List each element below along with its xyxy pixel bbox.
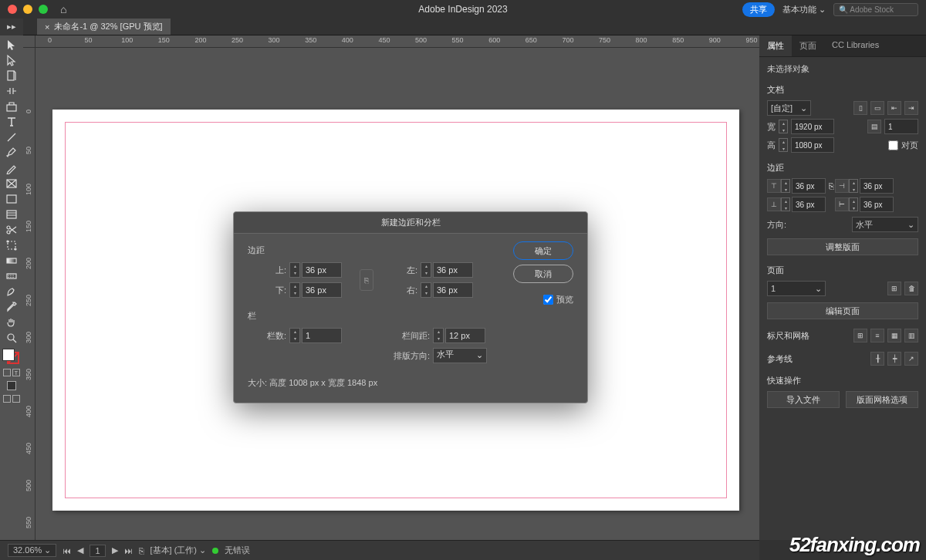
- rectangle-frame-tool[interactable]: [0, 176, 23, 191]
- content-collector-tool[interactable]: [0, 99, 23, 114]
- pencil-tool[interactable]: [0, 160, 23, 176]
- fill-stroke-swatch[interactable]: [2, 349, 21, 364]
- note-tool[interactable]: [0, 284, 23, 299]
- apply-color-icon[interactable]: [0, 378, 23, 393]
- page-preset-select[interactable]: [自定]: [767, 100, 811, 116]
- guide-icon-2[interactable]: ┿: [887, 352, 901, 366]
- height-input[interactable]: [791, 137, 834, 153]
- margin-bottom-stepper[interactable]: ▴▾: [289, 282, 300, 298]
- tab-properties[interactable]: 属性: [759, 35, 792, 56]
- link-icon[interactable]: ⎘: [827, 181, 835, 191]
- layout-grid-icon[interactable]: ▥: [904, 329, 918, 342]
- workspace-switcher[interactable]: 基本功能 ⌄: [782, 4, 826, 15]
- p-margin-top-stepper[interactable]: ▴▾: [781, 179, 790, 193]
- height-stepper[interactable]: ▴▾: [779, 138, 788, 152]
- tab-cc-libraries[interactable]: CC Libraries: [824, 35, 887, 56]
- page-tool[interactable]: [0, 68, 23, 83]
- p-margin-bottom-input[interactable]: [792, 197, 826, 212]
- gradient-swatch-tool[interactable]: [0, 253, 23, 268]
- zoom-select[interactable]: 32.06% ⌄: [8, 544, 56, 557]
- p-margin-left-input[interactable]: [860, 178, 894, 194]
- margin-top-stepper[interactable]: ▴▾: [289, 262, 300, 278]
- page-nav-next-icon[interactable]: ▶: [112, 545, 118, 555]
- margin-left-input[interactable]: [433, 262, 473, 278]
- horizontal-grid-tool[interactable]: [0, 207, 23, 222]
- free-transform-tool[interactable]: [0, 238, 23, 253]
- status-preset[interactable]: [基本] (工作) ⌄: [150, 545, 207, 556]
- maximize-icon[interactable]: [39, 5, 48, 14]
- margin-right-stepper[interactable]: ▴▾: [421, 282, 431, 298]
- import-file-button[interactable]: 导入文件: [767, 391, 840, 408]
- preview-checkbox[interactable]: [543, 295, 553, 305]
- guide-icon-1[interactable]: ╂: [870, 352, 884, 366]
- open-icon[interactable]: ⎘: [139, 546, 144, 555]
- line-tool[interactable]: [0, 130, 23, 145]
- close-tab-icon[interactable]: ×: [45, 22, 49, 32]
- gutter-input[interactable]: [445, 328, 485, 343]
- fill-swatch[interactable]: [2, 349, 15, 361]
- panel-toggle-icon[interactable]: ▸▸: [0, 19, 23, 35]
- adjust-layout-button[interactable]: 调整版面: [767, 238, 918, 255]
- ruler-origin[interactable]: [23, 35, 35, 48]
- scissors-tool[interactable]: [0, 222, 23, 238]
- margin-left-stepper[interactable]: ▴▾: [421, 262, 431, 278]
- p-margin-right-input[interactable]: [860, 197, 894, 212]
- ok-button[interactable]: 确定: [513, 241, 573, 260]
- type-tool[interactable]: [0, 114, 23, 130]
- margin-bottom-input[interactable]: [302, 282, 342, 298]
- page-select[interactable]: 1: [767, 281, 826, 296]
- direct-selection-tool[interactable]: [0, 52, 23, 68]
- ruler-icon[interactable]: ⊞: [853, 329, 867, 342]
- gradient-feather-tool[interactable]: [0, 268, 23, 284]
- p-margin-left-stepper[interactable]: ▴▾: [849, 179, 858, 193]
- preview-mode-icon[interactable]: [12, 395, 20, 403]
- p-margin-right-stepper[interactable]: ▴▾: [849, 197, 858, 211]
- edit-pages-button[interactable]: 编辑页面: [767, 302, 918, 319]
- zoom-tool[interactable]: [0, 330, 23, 346]
- binding-rtl-icon[interactable]: ⇥: [904, 101, 918, 115]
- share-button[interactable]: 共享: [742, 2, 775, 17]
- baseline-grid-icon[interactable]: ≡: [870, 329, 884, 342]
- link-margins-icon[interactable]: ⎘: [360, 269, 373, 291]
- orientation-portrait-icon[interactable]: ▯: [853, 101, 867, 115]
- selection-tool[interactable]: [0, 37, 23, 52]
- vertical-ruler[interactable]: 0501001502002503003504004505005506006507…: [23, 48, 35, 540]
- pages-count-input[interactable]: [884, 119, 918, 134]
- new-page-icon[interactable]: ⊞: [887, 282, 901, 295]
- orientation-landscape-icon[interactable]: ▭: [870, 101, 884, 115]
- direction-select[interactable]: 水平: [852, 217, 918, 232]
- margin-top-input[interactable]: [302, 262, 342, 278]
- layout-grid-options-button[interactable]: 版面网格选项: [846, 391, 918, 408]
- column-count-input[interactable]: [302, 328, 342, 343]
- writing-direction-select[interactable]: 水平: [433, 348, 487, 363]
- page-nav-last-icon[interactable]: ⏭: [124, 546, 133, 555]
- guide-icon-3[interactable]: ↗: [904, 352, 918, 366]
- minimize-icon[interactable]: [23, 5, 32, 14]
- stock-search-input[interactable]: 🔍 Adobe Stock: [833, 3, 918, 16]
- cancel-button[interactable]: 取消: [513, 265, 573, 283]
- facing-pages-checkbox[interactable]: [888, 140, 898, 150]
- document-tab[interactable]: × 未命名-1 @ 32% [GPU 预览]: [37, 19, 171, 35]
- binding-ltr-icon[interactable]: ⇤: [887, 101, 901, 115]
- pen-tool[interactable]: [0, 145, 23, 160]
- gap-tool[interactable]: [0, 83, 23, 99]
- normal-mode-icon[interactable]: [3, 395, 11, 403]
- doc-grid-icon[interactable]: ▦: [887, 329, 901, 342]
- formatting-text-icon[interactable]: T: [12, 369, 20, 376]
- tab-pages[interactable]: 页面: [792, 35, 824, 56]
- eyedropper-tool[interactable]: [0, 299, 23, 315]
- p-margin-top-input[interactable]: [792, 178, 826, 194]
- page-nav-prev-icon[interactable]: ◀: [77, 545, 83, 555]
- preflight-label[interactable]: 无错误: [225, 545, 250, 556]
- delete-page-icon[interactable]: 🗑: [904, 282, 918, 295]
- horizontal-ruler[interactable]: 0501001502002503003504004505005506006507…: [35, 35, 759, 48]
- home-icon[interactable]: ⌂: [60, 3, 66, 15]
- width-stepper[interactable]: ▴▾: [779, 120, 788, 133]
- p-margin-bottom-stepper[interactable]: ▴▾: [781, 197, 790, 211]
- page-nav-first-icon[interactable]: ⏮: [63, 546, 71, 555]
- hand-tool[interactable]: [0, 315, 23, 330]
- width-input[interactable]: [791, 119, 834, 134]
- close-icon[interactable]: [8, 5, 17, 14]
- column-count-stepper[interactable]: ▴▾: [289, 328, 300, 343]
- margin-right-input[interactable]: [433, 282, 473, 298]
